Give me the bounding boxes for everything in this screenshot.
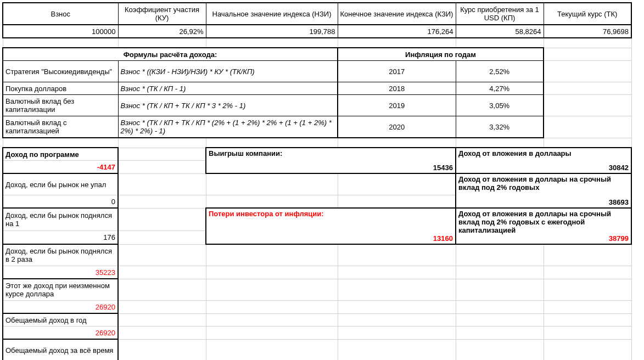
inflation-val-3[interactable]: 3,05% — [456, 95, 544, 116]
section-title-row: Формулы расчёта дохода: Инфляция по года… — [3, 48, 631, 61]
left-r4-label[interactable]: Доход, если бы рынок поднялся в 2 раза — [3, 244, 118, 266]
left-r5-value[interactable]: 26920 — [3, 301, 118, 314]
formula-expr-2[interactable]: Взнос * (ТК / КП - 1) — [118, 82, 338, 95]
mid-win-value: 15436 — [209, 164, 453, 172]
hdr-c2[interactable]: Коэффициент участия (КУ) — [118, 3, 206, 25]
inflation-val-1[interactable]: 2,52% — [456, 61, 544, 82]
input-c2[interactable]: 26,92% — [118, 25, 206, 38]
formula-row-2: Покупка долларов Взнос * (ТК / КП - 1) 2… — [3, 82, 631, 95]
formula-expr-4[interactable]: Взнос * (ТК / КП + ТК / КП * (2% + (1 + … — [118, 116, 338, 138]
inflation-title: Инфляция по годам — [338, 48, 544, 61]
left-r2-value[interactable]: 0 — [3, 195, 118, 209]
input-c4[interactable]: 176,264 — [338, 25, 456, 38]
inflation-year-1[interactable]: 2017 — [338, 61, 456, 82]
formula-expr-1[interactable]: Взнос * ((КЗИ - НЗИ)/НЗИ) * КУ * (ТК/КП) — [118, 61, 338, 82]
formula-expr-3[interactable]: Взнос * (ТК / КП + ТК / КП * 3 * 2% - 1) — [118, 95, 338, 116]
right-r1-value: 30842 — [458, 164, 629, 172]
formula-row-4: Валютный вклад с капитализацией Взнос * … — [3, 116, 631, 138]
right-r2-block[interactable]: Доход от вложения в доллары на срочный в… — [456, 173, 631, 208]
left-r1-label[interactable]: Доход по программе — [3, 148, 118, 161]
mid-win-block[interactable]: Выигрыш компании: 15436 — [206, 148, 456, 173]
hdr-c4[interactable]: Конечное значение индекса (КЗИ) — [338, 3, 456, 25]
hdr-c1[interactable]: Взнос — [3, 3, 118, 25]
mid-win-label: Выигрыш компании: — [209, 149, 453, 158]
input-c5[interactable]: 58,8264 — [456, 25, 544, 38]
left-r5-label[interactable]: Этот же доход при неизменном курсе долла… — [3, 279, 118, 301]
header-row: Взнос Коэффициент участия (КУ) Начальное… — [3, 3, 631, 25]
input-c3[interactable]: 199,788 — [206, 25, 338, 38]
input-c6[interactable]: 76,9698 — [544, 25, 631, 38]
left-r2-label[interactable]: Доход, если бы рынок не упал — [3, 173, 118, 195]
left-r3-label[interactable]: Доход, если бы рынок поднялся на 1 — [3, 208, 118, 230]
right-r2-value: 38693 — [458, 198, 629, 206]
hdr-c6[interactable]: Текущий курс (ТК) — [544, 3, 631, 25]
left-r7-label[interactable]: Обещаемый доход за всё время — [3, 339, 118, 360]
right-r1-label: Доход от вложения в доллаары — [458, 149, 629, 158]
formulas-title: Формулы расчёта дохода: — [3, 48, 338, 61]
left-r6-value[interactable]: 26920 — [3, 327, 118, 340]
formula-row-3: Валютный вклад без капитализации Взнос *… — [3, 95, 631, 116]
mid-loss-label: Потери инвестора от инфляции: — [209, 210, 453, 218]
input-row: 100000 26,92% 199,788 176,264 58,8264 76… — [3, 25, 631, 38]
right-r3-label: Доход от вложения в доллары на срочный в… — [458, 210, 629, 234]
hdr-c3[interactable]: Начальное значение индекса (НЗИ) — [206, 3, 338, 25]
formula-label-2[interactable]: Покупка долларов — [3, 82, 118, 95]
hdr-c5[interactable]: Курс приобретения за 1 USD (КП) — [456, 3, 544, 25]
mid-loss-block[interactable]: Потери инвестора от инфляции: 13160 — [206, 208, 456, 244]
input-c1[interactable]: 100000 — [3, 25, 118, 38]
right-r3-value: 38799 — [458, 234, 629, 243]
inflation-val-4[interactable]: 3,32% — [456, 116, 544, 138]
right-r1-block[interactable]: Доход от вложения в доллаары 30842 — [456, 148, 631, 173]
left-r6-label[interactable]: Обещаемый доход в год — [3, 313, 118, 327]
formula-label-4[interactable]: Валютный вклад с капитализацией — [3, 116, 118, 138]
left-r3-value[interactable]: 176 — [3, 230, 118, 244]
formula-label-3[interactable]: Валютный вклад без капитализации — [3, 95, 118, 116]
mid-loss-value: 13160 — [209, 234, 453, 243]
inflation-year-4[interactable]: 2020 — [338, 116, 456, 138]
right-r3-block[interactable]: Доход от вложения в доллары на срочный в… — [456, 208, 631, 244]
spreadsheet-table: Взнос Коэффициент участия (КУ) Начальное… — [2, 2, 632, 360]
formula-label-1[interactable]: Стратегия "Высокиедивиденды" — [3, 61, 118, 82]
inflation-val-2[interactable]: 4,27% — [456, 82, 544, 95]
inflation-year-3[interactable]: 2019 — [338, 95, 456, 116]
formula-row-1: Стратегия "Высокиедивиденды" Взнос * ((К… — [3, 61, 631, 82]
right-r2-label: Доход от вложения в доллары на срочный в… — [458, 175, 629, 192]
inflation-year-2[interactable]: 2018 — [338, 82, 456, 95]
left-r1-value[interactable]: -4147 — [3, 161, 118, 174]
left-r4-value[interactable]: 35223 — [3, 266, 118, 279]
